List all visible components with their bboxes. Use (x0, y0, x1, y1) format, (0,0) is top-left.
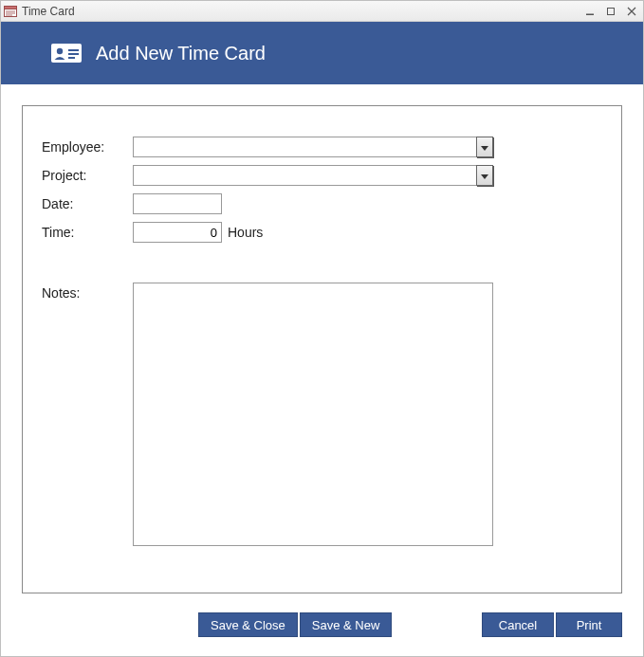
svg-rect-15 (68, 57, 75, 59)
close-button[interactable] (624, 5, 639, 18)
form-icon (3, 4, 18, 19)
date-input[interactable] (133, 193, 222, 214)
svg-rect-14 (68, 53, 79, 55)
project-combo[interactable] (133, 165, 493, 186)
svg-point-12 (57, 48, 63, 54)
notes-textarea[interactable] (133, 283, 493, 546)
save-close-button[interactable]: Save & Close (198, 612, 298, 637)
employee-combo[interactable] (133, 137, 493, 157)
svg-rect-13 (68, 49, 79, 51)
form-header: Add New Time Card (1, 22, 643, 84)
print-button[interactable]: Print (556, 612, 622, 637)
window-frame: Time Card (0, 0, 644, 657)
time-label: Time: (42, 222, 133, 240)
minimize-icon[interactable] (582, 5, 598, 18)
header-title: Add New Time Card (96, 43, 266, 64)
time-input[interactable] (133, 222, 222, 243)
content-area: Employee: Project: (1, 84, 643, 603)
button-bar: Save & Close Save & New Cancel Print (1, 603, 643, 656)
project-dropdown-button[interactable] (476, 165, 493, 186)
save-new-button[interactable]: Save & New (300, 612, 393, 637)
time-unit-label: Hours (228, 222, 263, 240)
employee-dropdown-button[interactable] (476, 137, 493, 157)
employee-input[interactable] (133, 137, 476, 157)
chevron-down-icon (481, 169, 488, 183)
restore-button[interactable] (603, 5, 618, 18)
form-panel: Employee: Project: (22, 105, 622, 593)
employee-label: Employee: (42, 137, 133, 155)
project-input[interactable] (133, 165, 476, 186)
svg-rect-1 (5, 6, 17, 9)
chevron-down-icon (481, 140, 488, 155)
cancel-button[interactable]: Cancel (482, 612, 554, 637)
svg-rect-10 (608, 8, 615, 14)
id-card-icon (50, 42, 83, 64)
date-label: Date: (42, 193, 133, 211)
window-title: Time Card (22, 5, 75, 18)
notes-label: Notes: (42, 283, 133, 301)
project-label: Project: (42, 165, 133, 183)
titlebar: Time Card (1, 1, 643, 22)
